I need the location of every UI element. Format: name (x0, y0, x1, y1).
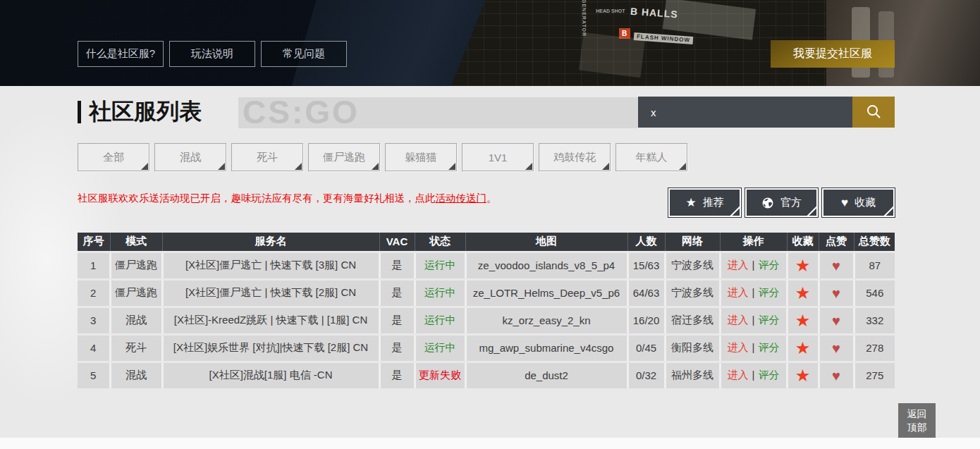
tab-corner-triangle (679, 163, 686, 170)
like-heart-icon[interactable]: ♥ (832, 285, 840, 301)
table-row: 5混战[X社区]混战[1服] 电信 -CN是更新失败de_dust20/32福州… (78, 362, 895, 389)
favorite-star-icon[interactable]: ★ (795, 366, 811, 385)
csgo-watermark: CS:GO (238, 97, 638, 127)
mode-cell: 僵尸逃跑 (110, 279, 162, 307)
status-text: 运行中 (424, 259, 456, 271)
rate-link[interactable]: 评分 (758, 369, 779, 381)
favorite-star-icon[interactable]: ★ (795, 256, 811, 275)
favorite-cell: ★ (787, 362, 819, 389)
action-separator: | (752, 286, 755, 298)
filter-tab-7[interactable]: 年糕人 (615, 143, 687, 171)
like-cell: ♥ (819, 307, 854, 334)
actions-cell: 进入|评分 (720, 362, 787, 389)
quick-button-label: 收藏 (855, 196, 876, 209)
server-name-cell: [X社区]娱乐世界 [对抗]|快速下载 [2服] CN (162, 334, 379, 362)
tab-corner-triangle (141, 163, 148, 170)
table-header-row: 序号模式服务名VAC状态地图人数网络操作收藏点赞总赞数 (78, 233, 895, 252)
quick-button-recommend[interactable]: ★推荐 (668, 188, 741, 217)
favorite-star-icon[interactable]: ★ (795, 338, 811, 357)
col-header-7: 网络 (665, 233, 720, 252)
enter-link[interactable]: 进入 (728, 369, 749, 381)
search-bar (638, 97, 895, 128)
filter-tab-1[interactable]: 混战 (154, 143, 226, 171)
status-text: 更新失败 (419, 369, 461, 381)
hero-nav-button-0[interactable]: 什么是社区服? (78, 41, 164, 67)
title-bar-accent (78, 101, 81, 123)
submit-community-server-button[interactable]: 我要提交社区服 (771, 40, 895, 68)
actions-cell: 进入|评分 (720, 334, 787, 362)
row-number-cell: 5 (78, 362, 110, 389)
rate-link[interactable]: 评分 (758, 259, 779, 271)
hero-banner: GENERATOR HEAD SHOT B HALLS FLASH WINDOW… (0, 0, 980, 86)
rate-link[interactable]: 评分 (758, 314, 779, 326)
rate-link[interactable]: 评分 (758, 341, 779, 353)
quick-button-favorites[interactable]: ♥收藏 (822, 188, 895, 217)
col-header-3: VAC (379, 233, 415, 252)
rate-link[interactable]: 评分 (758, 286, 779, 298)
filter-tab-3[interactable]: 僵尸逃跑 (308, 143, 380, 171)
col-header-6: 人数 (627, 233, 665, 252)
filter-tab-2[interactable]: 死斗 (231, 143, 303, 171)
mode-cell: 混战 (110, 307, 162, 334)
enter-link[interactable]: 进入 (728, 259, 749, 271)
like-heart-icon[interactable]: ♥ (832, 313, 840, 328)
server-name-cell: [X社区]混战[1服] 电信 -CN (162, 362, 379, 389)
quick-button-label: 推荐 (703, 196, 724, 209)
table-row: 1僵尸逃跑[X社区]僵尸逃亡 | 快速下载 [3服] CN是运行中ze_vood… (78, 252, 895, 279)
like-heart-icon[interactable]: ♥ (832, 368, 840, 383)
search-button[interactable] (852, 97, 895, 128)
promo-link[interactable]: 活动传送门 (436, 192, 487, 204)
network-cell: 福州多线 (665, 362, 720, 389)
table-row: 2僵尸逃跑[X社区]僵尸逃亡 | 快速下载 [2服] CN是运行中ze_LOTR… (78, 279, 895, 307)
action-separator: | (752, 259, 755, 271)
vac-cell: 是 (379, 279, 415, 307)
map-cell: mg_awp_submarine_v4csgo (465, 334, 627, 362)
col-header-11: 总赞数 (854, 233, 895, 252)
like-heart-icon[interactable]: ♥ (832, 340, 840, 356)
radar-room-shape (579, 32, 645, 78)
hero-nav: 什么是社区服?玩法说明常见问题 (78, 41, 347, 67)
server-name-cell: [X社区]-KreedZ跳跃 | 快速下载 | [1服] CN (162, 307, 379, 334)
hero-nav-button-2[interactable]: 常见问题 (261, 41, 347, 67)
vac-cell: 是 (379, 307, 415, 334)
col-header-0: 序号 (78, 233, 110, 252)
tab-corner-triangle (372, 163, 379, 170)
mode-cell: 混战 (110, 362, 162, 389)
filter-tab-6[interactable]: 鸡鼓传花 (539, 143, 611, 171)
table-row: 3混战[X社区]-KreedZ跳跃 | 快速下载 | [1服] CN是运行中kz… (78, 307, 895, 334)
filter-tab-4[interactable]: 躲猫猫 (385, 143, 457, 171)
radar-label: GENERATOR (582, 0, 587, 37)
favorite-star-icon[interactable]: ★ (795, 283, 811, 302)
filter-tab-0[interactable]: 全部 (78, 143, 149, 171)
status-cell: 运行中 (415, 307, 465, 334)
heart-icon: ♥ (841, 197, 848, 209)
row-number-cell: 4 (78, 334, 110, 362)
likes-count-cell: 278 (854, 334, 895, 362)
filter-tab-5[interactable]: 1V1 (462, 143, 534, 171)
favorite-star-icon[interactable]: ★ (795, 311, 811, 330)
actions-cell: 进入|评分 (720, 279, 787, 307)
hero-nav-button-1[interactable]: 玩法说明 (169, 41, 255, 67)
star-icon: ★ (685, 197, 696, 209)
favorite-cell: ★ (787, 334, 819, 362)
globe-icon (761, 197, 774, 209)
players-cell: 0/45 (627, 334, 665, 362)
like-heart-icon[interactable]: ♥ (832, 258, 840, 273)
status-cell: 运行中 (415, 334, 465, 362)
like-cell: ♥ (819, 252, 854, 279)
map-cell: kz_orz_easy_2_kn (465, 307, 627, 334)
map-cell: de_dust2 (465, 362, 627, 389)
tab-corner-triangle (602, 163, 609, 170)
quick-button-official[interactable]: 官方 (745, 188, 818, 217)
network-cell: 宁波多线 (665, 252, 720, 279)
likes-count-cell: 546 (854, 279, 895, 307)
enter-link[interactable]: 进入 (728, 341, 749, 353)
status-text: 运行中 (424, 286, 456, 298)
players-cell: 16/20 (627, 307, 665, 334)
status-text: 运行中 (424, 341, 456, 353)
enter-link[interactable]: 进入 (728, 286, 749, 298)
col-header-1: 模式 (110, 233, 162, 252)
search-input[interactable] (638, 97, 852, 128)
enter-link[interactable]: 进入 (728, 314, 749, 326)
back-to-top-button[interactable]: 返回顶部 (898, 403, 936, 438)
